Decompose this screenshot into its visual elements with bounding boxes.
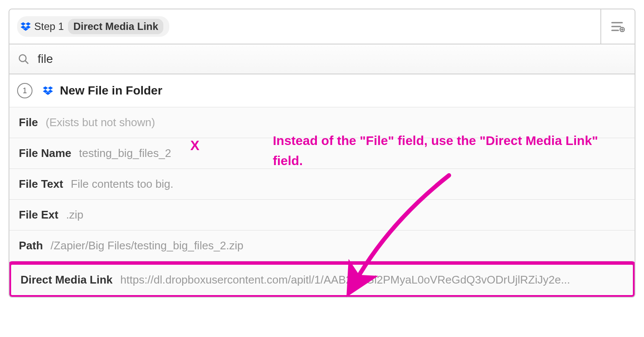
field-label: File Text <box>19 177 63 191</box>
field-label: File Ext <box>19 208 58 222</box>
add-field-button[interactable] <box>600 9 635 44</box>
field-row-file-name[interactable]: File Name testing_big_files_2 <box>9 138 635 169</box>
search-icon <box>18 53 29 65</box>
field-value: .zip <box>66 208 83 222</box>
source-step-label: New File in Folder <box>60 84 162 98</box>
selected-field-pill[interactable]: Step 1 Direct Media Link <box>17 16 169 37</box>
step-number-badge: 1 <box>17 83 32 98</box>
field-label: File <box>19 116 38 129</box>
field-label: Direct Media Link <box>21 273 112 287</box>
field-row-path[interactable]: Path /Zapier/Big Files/testing_big_files… <box>9 231 635 261</box>
field-value: File contents too big. <box>71 177 174 191</box>
field-value: /Zapier/Big Files/testing_big_files_2.zi… <box>50 239 243 252</box>
selected-field-pill-container: Step 1 Direct Media Link <box>9 9 600 44</box>
search-row <box>9 44 635 74</box>
field-hint: (Exists but not shown) <box>46 116 155 129</box>
field-picker-panel: Step 1 Direct Media Link <box>9 9 635 298</box>
source-step-row[interactable]: 1 New File in Folder <box>9 74 635 107</box>
pill-step-name: Direct Media Link <box>68 19 163 34</box>
field-label: File Name <box>19 147 71 160</box>
field-row-file-ext[interactable]: File Ext .zip <box>9 200 635 231</box>
pill-step-label: Step 1 <box>34 21 64 33</box>
field-row-file[interactable]: File (Exists but not shown) <box>9 107 635 138</box>
panel-header: Step 1 Direct Media Link <box>9 9 635 44</box>
svg-point-6 <box>19 55 26 62</box>
dropbox-icon <box>43 86 53 96</box>
svg-line-7 <box>25 61 28 64</box>
field-row-direct-media-link[interactable]: Direct Media Link https://dl.dropboxuser… <box>9 261 635 298</box>
field-value: https://dl.dropboxusercontent.com/apitl/… <box>120 273 570 287</box>
dropbox-icon <box>21 21 31 32</box>
field-value: testing_big_files_2 <box>79 147 171 160</box>
field-label: Path <box>19 239 43 252</box>
search-input[interactable] <box>38 52 626 66</box>
field-row-file-text[interactable]: File Text File contents too big. <box>9 169 635 200</box>
